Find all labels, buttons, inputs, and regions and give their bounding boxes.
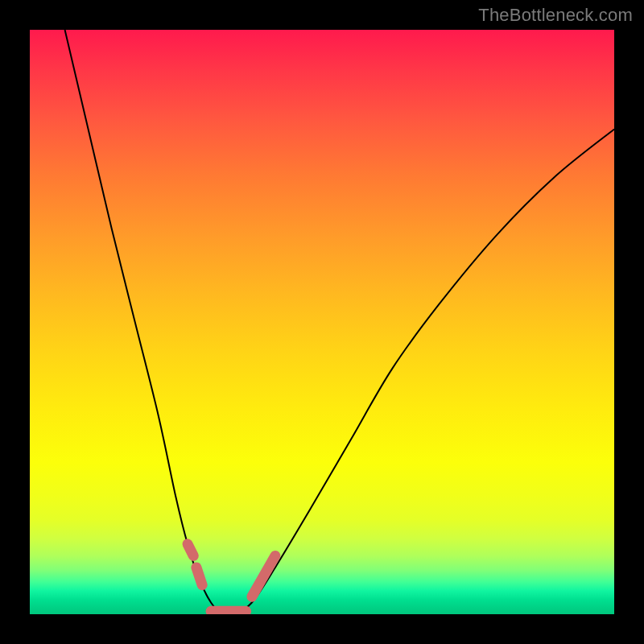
optimal-zone-markers [188,544,275,611]
bottleneck-curve [65,30,614,614]
svg-line-0 [188,544,193,556]
svg-line-3 [252,555,275,597]
plot-area [30,30,614,614]
svg-line-1 [196,568,202,585]
watermark-text: TheBottleneck.com [478,5,633,26]
chart-frame: TheBottleneck.com [0,0,644,644]
curve-layer [30,30,614,614]
